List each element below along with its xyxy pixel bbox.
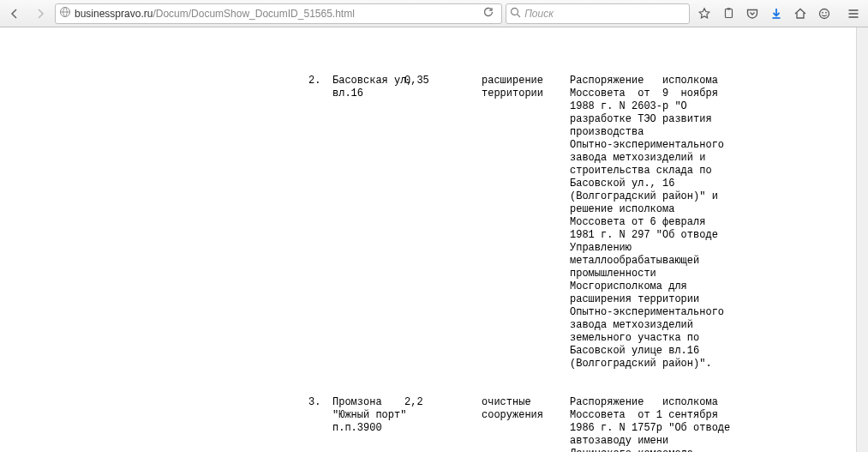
row-address: Промзона "Южный порт" п.п.3900 [332,396,406,435]
svg-point-7 [822,11,823,13]
home-icon[interactable] [793,6,808,21]
svg-point-6 [820,9,829,18]
row-address: Басовская ул, вл.16 [332,75,413,100]
svg-point-1 [512,8,518,15]
row-purpose: расширение территории [482,75,543,100]
svg-line-2 [518,14,521,17]
clipboard-icon[interactable] [721,6,736,21]
url-text: businesspravo.ru/Docum/DocumShow_DocumID… [75,8,476,20]
row-number: 3. [308,396,320,409]
smiley-icon[interactable] [817,6,832,21]
forward-button[interactable] [29,3,51,25]
search-input[interactable] [524,8,685,20]
row-area: 2,2 [404,396,423,409]
row-basis: Распоряжение исполкома Моссовета от 1 се… [570,396,730,452]
row-area: 0,35 [404,75,429,87]
browser-toolbar: businesspravo.ru/Docum/DocumShow_DocumID… [0,0,868,27]
search-bar[interactable] [506,3,690,24]
page-viewport: 2.Басовская ул, вл.160,35расширение терр… [0,27,868,452]
download-icon[interactable] [769,6,784,21]
svg-rect-3 [725,9,732,18]
search-icon [510,7,521,21]
svg-rect-4 [727,8,730,9]
svg-point-8 [825,11,827,13]
vertical-scrollbar[interactable] [856,27,868,452]
bookmark-star-icon[interactable] [697,6,712,21]
row-number: 2. [308,75,320,87]
reload-button[interactable] [479,6,498,21]
url-bar[interactable]: businesspravo.ru/Docum/DocumShow_DocumID… [55,3,502,24]
menu-icon[interactable] [846,6,861,21]
row-basis: Распоряжение исполкома Моссовета от 9 но… [570,75,724,371]
row-purpose: очистные сооружения [482,396,543,422]
toolbar-icons [693,6,865,21]
pocket-icon[interactable] [745,6,760,21]
back-button[interactable] [3,3,26,25]
globe-icon [59,6,71,21]
